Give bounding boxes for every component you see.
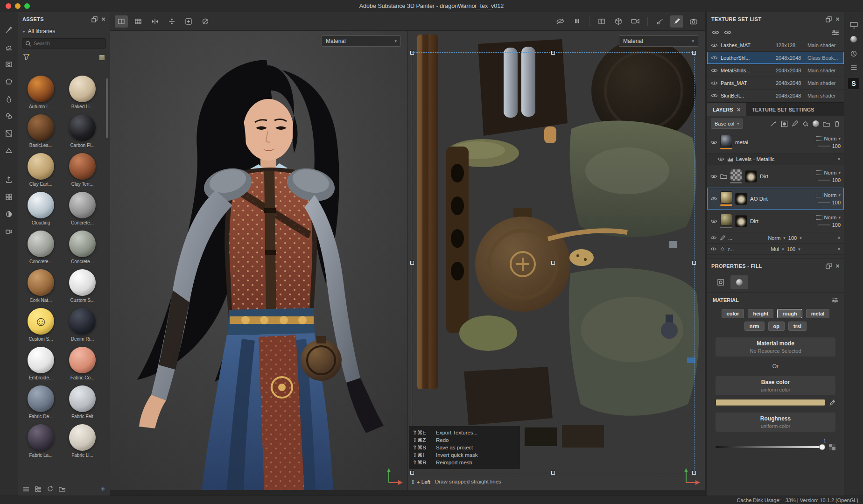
channel-opacity-dropdown[interactable]: 100 [787, 246, 795, 252]
group-thumbnail[interactable] [730, 169, 742, 181]
asset-item[interactable]: Fabric Li... [63, 424, 101, 458]
asset-item[interactable]: Fabric La... [22, 424, 60, 458]
mask-thumbnail[interactable] [735, 193, 747, 205]
material-mode-box[interactable]: Material mode No Resource Selected [716, 337, 835, 357]
asset-item[interactable]: Cork Nat... [22, 269, 60, 303]
effect-visibility-icon[interactable] [717, 157, 724, 161]
channel-button[interactable]: rough [777, 309, 802, 318]
export-icon[interactable] [3, 174, 15, 185]
layer-opacity-value[interactable]: 100 [832, 222, 841, 228]
symmetry-x-icon[interactable] [148, 15, 161, 28]
new-folder-icon[interactable] [59, 486, 65, 492]
texture-set-row[interactable]: MetalShlds... 2048x2048 Main shader [707, 64, 844, 77]
texture-pattern-icon[interactable] [829, 444, 835, 450]
asset-item[interactable]: Clay Terr... [63, 153, 101, 187]
texture-set-row[interactable]: Lashes_MAT 128x128 Main shader [707, 39, 844, 52]
selection-handle[interactable] [551, 51, 555, 55]
tab-material-properties[interactable] [730, 275, 748, 289]
asset-item[interactable]: Clay Eart... [22, 153, 60, 187]
viewport-2d[interactable]: Material ▾ ⇧⌘E Export Textures... ⇧ [408, 31, 705, 490]
close-panel-icon[interactable]: × [836, 263, 840, 269]
uv-selection-frame[interactable] [412, 52, 695, 473]
folder-icon[interactable] [720, 173, 727, 179]
channel-button[interactable]: metal [806, 309, 830, 318]
channel-button[interactable]: op [768, 322, 785, 331]
grid-view-icon[interactable]: ▦ [99, 53, 105, 61]
close-panel-icon[interactable]: × [102, 16, 105, 22]
opacity-track[interactable] [818, 180, 830, 181]
asset-item[interactable]: Embroide... [22, 347, 60, 380]
remove-channel-icon[interactable]: × [837, 246, 841, 252]
layer-row-metal[interactable]: metal Norm▾ 100 [707, 131, 844, 154]
mask-thumbnail[interactable] [735, 215, 747, 227]
shape-tool[interactable] [3, 145, 15, 156]
asset-item[interactable]: Custom S... [63, 269, 101, 303]
remove-effect-icon[interactable]: × [837, 156, 841, 162]
material-sphere-icon[interactable] [813, 120, 819, 127]
close-tab-icon[interactable]: × [737, 106, 741, 113]
trash-icon[interactable] [834, 120, 840, 127]
layer-row-dirt-group[interactable]: Dirt Norm▾ 100 [707, 165, 844, 188]
channel-visibility-icon[interactable] [710, 247, 717, 251]
asset-item[interactable]: Fabric De... [22, 385, 60, 419]
channel-button[interactable]: trsl [788, 322, 807, 331]
opacity-track[interactable] [818, 202, 830, 203]
layer-opacity-value[interactable]: 100 [832, 200, 841, 205]
asset-item[interactable]: Concrete... [63, 192, 101, 225]
assets-scrollbar[interactable] [106, 78, 108, 138]
asset-item[interactable]: Concrete... [22, 231, 60, 264]
add-viewport-icon[interactable] [182, 15, 195, 28]
channel-button[interactable]: height [748, 309, 773, 318]
pencil-line-tool-icon[interactable] [670, 15, 683, 28]
layer-thumbnail[interactable] [720, 214, 732, 226]
popout-panel-icon[interactable] [826, 16, 832, 22]
visibility-eye-icon[interactable] [711, 93, 718, 98]
close-window-button[interactable] [6, 3, 11, 9]
tab-projection-properties[interactable] [712, 275, 730, 289]
refresh-icon[interactable] [47, 486, 53, 492]
viewport-layout-icon[interactable] [115, 15, 128, 28]
texture-set-shader-link[interactable]: Main shader [807, 80, 840, 86]
texture-set-shader-link[interactable]: Main shader [807, 93, 840, 98]
selection-handle[interactable] [551, 261, 555, 265]
asset-item[interactable]: Baked Li... [63, 76, 101, 109]
layer-visibility-icon[interactable] [710, 219, 717, 224]
display-settings-icon[interactable] [850, 21, 858, 28]
geometry-mask-tool[interactable] [3, 128, 15, 139]
visibility-eye-icon[interactable] [711, 43, 718, 48]
minimize-window-button[interactable] [15, 3, 21, 9]
paint-brush-tool[interactable] [3, 24, 15, 35]
lazy-mouse-icon[interactable] [653, 15, 667, 28]
show-all-eye-icon[interactable] [712, 30, 719, 35]
visibility-eye-icon[interactable] [711, 68, 718, 73]
base-color-box[interactable]: Base color uniform color [716, 376, 835, 395]
mesh-cube-icon[interactable] [612, 15, 625, 28]
texture-set-row[interactable]: SkirtBelt... 2048x2048 Main shader [707, 90, 844, 102]
channel-blend-dropdown[interactable]: Mul [771, 246, 779, 252]
library-selector[interactable]: ▸ All libraries [18, 26, 110, 36]
channel-opacity-dropdown[interactable]: 100 [788, 235, 797, 241]
visibility-eye-icon[interactable] [711, 81, 718, 85]
roughness-box[interactable]: Roughness uniform color [716, 413, 835, 432]
asset-item[interactable]: Carbon Fi... [63, 114, 101, 148]
pause-engine-button[interactable] [570, 15, 583, 28]
viewport-capture-icon[interactable] [687, 15, 700, 28]
add-mask-icon[interactable] [781, 120, 788, 127]
tab-texture-set-settings[interactable]: TEXTURE SET SETTINGS [746, 103, 820, 116]
camera-tool-icon[interactable] [3, 226, 15, 237]
popout-panel-icon[interactable] [91, 16, 98, 22]
shader-settings-icon[interactable] [850, 36, 857, 42]
layer-opacity-value[interactable]: 100 [832, 143, 841, 149]
section-menu-icon[interactable] [831, 298, 838, 303]
grid-snap-icon[interactable] [132, 15, 145, 28]
channel-filter-dropdown[interactable]: Base col ▾ [711, 119, 743, 129]
layer-opacity-value[interactable]: 100 [832, 177, 841, 183]
detail-view-icon[interactable] [35, 486, 42, 492]
add-folder-icon[interactable] [823, 121, 830, 127]
layer-visibility-icon[interactable] [710, 140, 717, 145]
blend-mode-dropdown[interactable]: Norm [824, 215, 837, 220]
blend-mode-dropdown[interactable]: Norm [824, 192, 837, 198]
symmetry-y-icon[interactable] [165, 15, 178, 28]
base-color-swatch[interactable] [716, 399, 825, 406]
blend-mode-dropdown[interactable]: Norm [824, 136, 837, 141]
